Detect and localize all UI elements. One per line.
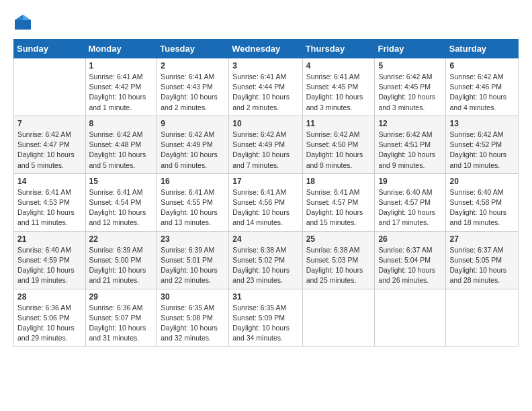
- cell-content: Sunrise: 6:40 AM Sunset: 4:57 PM Dayligh…: [378, 187, 442, 228]
- cell-content: Sunrise: 6:39 AM Sunset: 5:01 PM Dayligh…: [161, 245, 225, 286]
- calendar-cell: [375, 289, 446, 347]
- cell-content: Sunrise: 6:35 AM Sunset: 5:09 PM Dayligh…: [232, 303, 298, 344]
- calendar-cell: [14, 58, 86, 116]
- calendar-cell: 30Sunrise: 6:35 AM Sunset: 5:08 PM Dayli…: [157, 289, 229, 347]
- day-number: 6: [449, 61, 515, 71]
- day-number: 5: [378, 61, 442, 71]
- calendar-cell: 21Sunrise: 6:40 AM Sunset: 4:59 PM Dayli…: [14, 231, 86, 289]
- calendar-cell: 19Sunrise: 6:40 AM Sunset: 4:57 PM Dayli…: [375, 173, 446, 231]
- cell-content: Sunrise: 6:36 AM Sunset: 5:07 PM Dayligh…: [89, 303, 154, 344]
- calendar-cell: 5Sunrise: 6:42 AM Sunset: 4:45 PM Daylig…: [375, 58, 446, 116]
- day-number: 9: [161, 119, 225, 128]
- page-header: [13, 13, 519, 32]
- calendar-cell: 7Sunrise: 6:42 AM Sunset: 4:47 PM Daylig…: [14, 116, 86, 173]
- calendar-week-3: 14Sunrise: 6:41 AM Sunset: 4:53 PM Dayli…: [14, 173, 519, 231]
- calendar-cell: 13Sunrise: 6:42 AM Sunset: 4:52 PM Dayli…: [446, 116, 519, 173]
- col-header-tuesday: Tuesday: [157, 40, 229, 58]
- cell-content: Sunrise: 6:42 AM Sunset: 4:46 PM Dayligh…: [449, 72, 515, 113]
- calendar-cell: 26Sunrise: 6:37 AM Sunset: 5:04 PM Dayli…: [375, 231, 446, 289]
- day-number: 4: [306, 61, 371, 71]
- day-number: 7: [17, 119, 82, 128]
- day-number: 31: [232, 292, 298, 302]
- svg-marker-2: [15, 15, 23, 20]
- cell-content: Sunrise: 6:42 AM Sunset: 4:52 PM Dayligh…: [449, 130, 515, 171]
- day-number: 22: [89, 234, 154, 244]
- calendar-cell: 10Sunrise: 6:42 AM Sunset: 4:49 PM Dayli…: [229, 116, 302, 173]
- cell-content: Sunrise: 6:41 AM Sunset: 4:56 PM Dayligh…: [232, 187, 298, 228]
- day-number: 29: [89, 292, 154, 302]
- cell-content: Sunrise: 6:41 AM Sunset: 4:42 PM Dayligh…: [89, 72, 154, 113]
- cell-content: Sunrise: 6:40 AM Sunset: 4:59 PM Dayligh…: [17, 245, 82, 286]
- logo-icon: [13, 13, 32, 32]
- day-number: 20: [449, 177, 515, 186]
- day-number: 8: [89, 119, 154, 128]
- cell-content: Sunrise: 6:42 AM Sunset: 4:49 PM Dayligh…: [161, 130, 225, 171]
- cell-content: Sunrise: 6:42 AM Sunset: 4:50 PM Dayligh…: [306, 130, 371, 171]
- calendar-cell: 29Sunrise: 6:36 AM Sunset: 5:07 PM Dayli…: [85, 289, 157, 347]
- cell-content: Sunrise: 6:36 AM Sunset: 5:06 PM Dayligh…: [17, 303, 82, 344]
- calendar-cell: 6Sunrise: 6:42 AM Sunset: 4:46 PM Daylig…: [446, 58, 519, 116]
- cell-content: Sunrise: 6:40 AM Sunset: 4:58 PM Dayligh…: [449, 187, 515, 228]
- calendar-cell: 1Sunrise: 6:41 AM Sunset: 4:42 PM Daylig…: [85, 58, 157, 116]
- calendar-cell: [302, 289, 375, 347]
- calendar-table: SundayMondayTuesdayWednesdayThursdayFrid…: [13, 39, 519, 347]
- calendar-cell: 27Sunrise: 6:37 AM Sunset: 5:05 PM Dayli…: [446, 231, 519, 289]
- calendar-cell: 17Sunrise: 6:41 AM Sunset: 4:56 PM Dayli…: [229, 173, 302, 231]
- day-number: 18: [306, 177, 371, 186]
- cell-content: Sunrise: 6:39 AM Sunset: 5:00 PM Dayligh…: [89, 245, 154, 286]
- cell-content: Sunrise: 6:42 AM Sunset: 4:51 PM Dayligh…: [378, 130, 442, 171]
- calendar-cell: 24Sunrise: 6:38 AM Sunset: 5:02 PM Dayli…: [229, 231, 302, 289]
- day-number: 17: [232, 177, 298, 186]
- calendar-cell: 31Sunrise: 6:35 AM Sunset: 5:09 PM Dayli…: [229, 289, 302, 347]
- day-number: 16: [161, 177, 225, 186]
- day-number: 21: [17, 234, 82, 244]
- col-header-wednesday: Wednesday: [229, 40, 302, 58]
- cell-content: Sunrise: 6:42 AM Sunset: 4:45 PM Dayligh…: [378, 72, 442, 113]
- calendar-cell: 16Sunrise: 6:41 AM Sunset: 4:55 PM Dayli…: [157, 173, 229, 231]
- cell-content: Sunrise: 6:37 AM Sunset: 5:04 PM Dayligh…: [378, 245, 442, 286]
- cell-content: Sunrise: 6:38 AM Sunset: 5:03 PM Dayligh…: [306, 245, 371, 286]
- calendar-cell: 22Sunrise: 6:39 AM Sunset: 5:00 PM Dayli…: [85, 231, 157, 289]
- calendar-cell: 3Sunrise: 6:41 AM Sunset: 4:44 PM Daylig…: [229, 58, 302, 116]
- cell-content: Sunrise: 6:41 AM Sunset: 4:57 PM Dayligh…: [306, 187, 371, 228]
- calendar-week-2: 7Sunrise: 6:42 AM Sunset: 4:47 PM Daylig…: [14, 116, 519, 173]
- logo: [13, 13, 35, 32]
- cell-content: Sunrise: 6:42 AM Sunset: 4:49 PM Dayligh…: [232, 130, 298, 171]
- day-number: 24: [232, 234, 298, 244]
- day-number: 28: [17, 292, 82, 302]
- calendar-cell: [446, 289, 519, 347]
- day-number: 30: [161, 292, 225, 302]
- cell-content: Sunrise: 6:41 AM Sunset: 4:44 PM Dayligh…: [232, 72, 298, 113]
- day-number: 1: [89, 61, 154, 71]
- day-number: 25: [306, 234, 371, 244]
- cell-content: Sunrise: 6:41 AM Sunset: 4:53 PM Dayligh…: [17, 187, 82, 228]
- calendar-cell: 9Sunrise: 6:42 AM Sunset: 4:49 PM Daylig…: [157, 116, 229, 173]
- calendar-cell: 11Sunrise: 6:42 AM Sunset: 4:50 PM Dayli…: [302, 116, 375, 173]
- day-number: 27: [449, 234, 515, 244]
- calendar-cell: 15Sunrise: 6:41 AM Sunset: 4:54 PM Dayli…: [85, 173, 157, 231]
- cell-content: Sunrise: 6:42 AM Sunset: 4:47 PM Dayligh…: [17, 130, 82, 171]
- calendar-cell: 2Sunrise: 6:41 AM Sunset: 4:43 PM Daylig…: [157, 58, 229, 116]
- col-header-sunday: Sunday: [14, 40, 86, 58]
- day-number: 13: [449, 119, 515, 128]
- calendar-cell: 14Sunrise: 6:41 AM Sunset: 4:53 PM Dayli…: [14, 173, 86, 231]
- day-number: 14: [17, 177, 82, 186]
- cell-content: Sunrise: 6:37 AM Sunset: 5:05 PM Dayligh…: [449, 245, 515, 286]
- header-row: SundayMondayTuesdayWednesdayThursdayFrid…: [14, 40, 519, 58]
- day-number: 23: [161, 234, 225, 244]
- day-number: 15: [89, 177, 154, 186]
- day-number: 19: [378, 177, 442, 186]
- col-header-friday: Friday: [375, 40, 446, 58]
- calendar-cell: 8Sunrise: 6:42 AM Sunset: 4:48 PM Daylig…: [85, 116, 157, 173]
- cell-content: Sunrise: 6:41 AM Sunset: 4:45 PM Dayligh…: [306, 72, 371, 113]
- calendar-cell: 28Sunrise: 6:36 AM Sunset: 5:06 PM Dayli…: [14, 289, 86, 347]
- calendar-cell: 4Sunrise: 6:41 AM Sunset: 4:45 PM Daylig…: [302, 58, 375, 116]
- day-number: 26: [378, 234, 442, 244]
- calendar-cell: 23Sunrise: 6:39 AM Sunset: 5:01 PM Dayli…: [157, 231, 229, 289]
- calendar-week-4: 21Sunrise: 6:40 AM Sunset: 4:59 PM Dayli…: [14, 231, 519, 289]
- calendar-cell: 12Sunrise: 6:42 AM Sunset: 4:51 PM Dayli…: [375, 116, 446, 173]
- svg-marker-1: [23, 15, 31, 20]
- calendar-cell: 20Sunrise: 6:40 AM Sunset: 4:58 PM Dayli…: [446, 173, 519, 231]
- calendar-cell: 18Sunrise: 6:41 AM Sunset: 4:57 PM Dayli…: [302, 173, 375, 231]
- cell-content: Sunrise: 6:42 AM Sunset: 4:48 PM Dayligh…: [89, 130, 154, 171]
